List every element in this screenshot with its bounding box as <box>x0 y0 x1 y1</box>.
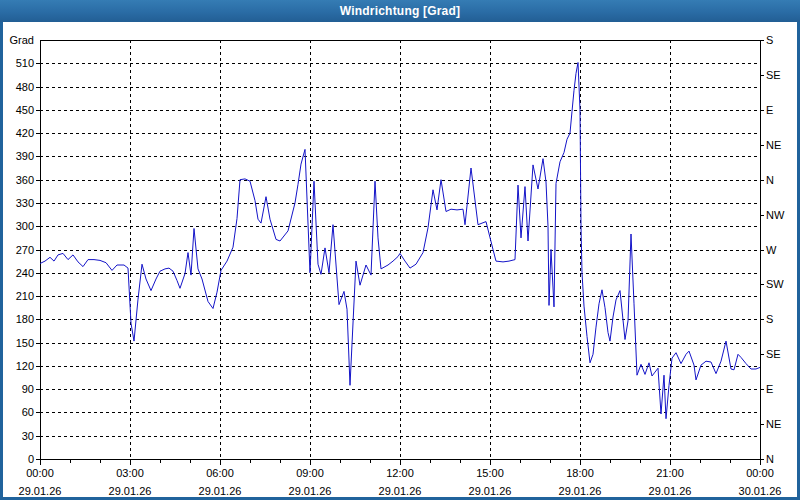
x-tick-date-label: 29.01.26 <box>199 485 242 497</box>
y-tick-label: 390 <box>16 150 34 162</box>
x-tick-date-label: 29.01.26 <box>19 485 62 497</box>
x-tick-time-label: 06:00 <box>206 467 234 479</box>
y-tick-label: 450 <box>16 104 34 116</box>
y-tick-label: 330 <box>16 197 34 209</box>
y-tick-label: 90 <box>22 383 34 395</box>
compass-label: N <box>766 453 774 465</box>
x-tick-time-label: 18:00 <box>566 467 594 479</box>
y-tick-label: 0 <box>28 453 34 465</box>
x-tick-time-label: 12:00 <box>386 467 414 479</box>
y-tick-label: 120 <box>16 360 34 372</box>
y-tick-label: 60 <box>22 406 34 418</box>
y-tick-label: 210 <box>16 290 34 302</box>
compass-label: NE <box>766 139 781 151</box>
x-tick-date-label: 29.01.26 <box>109 485 152 497</box>
y-tick-label: 30 <box>22 430 34 442</box>
x-tick-time-label: 00:00 <box>746 467 774 479</box>
y-tick-label: 150 <box>16 337 34 349</box>
y-tick-label: 270 <box>16 244 34 256</box>
y-tick-label: 180 <box>16 313 34 325</box>
compass-label: S <box>766 313 773 325</box>
wind-direction-chart: 5104804504203903603303002702402101801501… <box>0 0 800 500</box>
y-tick-label: 420 <box>16 127 34 139</box>
compass-label: SE <box>766 348 781 360</box>
chart-window: Windrichtung [Grad] 51048045042039036033… <box>0 0 800 500</box>
x-tick-date-label: 29.01.26 <box>379 485 422 497</box>
compass-label: SE <box>766 69 781 81</box>
compass-label: NE <box>766 418 781 430</box>
chart-title: Windrichtung [Grad] <box>340 4 460 18</box>
compass-label: W <box>766 244 777 256</box>
x-tick-date-label: 29.01.26 <box>649 485 692 497</box>
compass-label: N <box>766 174 774 186</box>
compass-label: E <box>766 104 773 116</box>
compass-label: E <box>766 383 773 395</box>
x-tick-date-label: 30.01.26 <box>739 485 782 497</box>
y-axis-unit-label: Grad <box>10 34 34 46</box>
y-tick-label: 480 <box>16 81 34 93</box>
y-tick-label: 360 <box>16 174 34 186</box>
x-tick-date-label: 29.01.26 <box>559 485 602 497</box>
x-tick-time-label: 00:00 <box>26 467 54 479</box>
x-tick-time-label: 03:00 <box>116 467 144 479</box>
y-tick-label: 510 <box>16 57 34 69</box>
x-tick-time-label: 21:00 <box>656 467 684 479</box>
window-border-left <box>0 22 3 500</box>
compass-label: SW <box>766 278 784 290</box>
x-tick-time-label: 15:00 <box>476 467 504 479</box>
x-tick-time-label: 09:00 <box>296 467 324 479</box>
x-tick-date-label: 29.01.26 <box>289 485 332 497</box>
title-bar: Windrichtung [Grad] <box>0 0 800 22</box>
y-tick-label: 300 <box>16 220 34 232</box>
compass-label: S <box>766 34 773 46</box>
x-tick-date-label: 29.01.26 <box>469 485 512 497</box>
y-tick-label: 240 <box>16 267 34 279</box>
compass-label: NW <box>766 209 785 221</box>
